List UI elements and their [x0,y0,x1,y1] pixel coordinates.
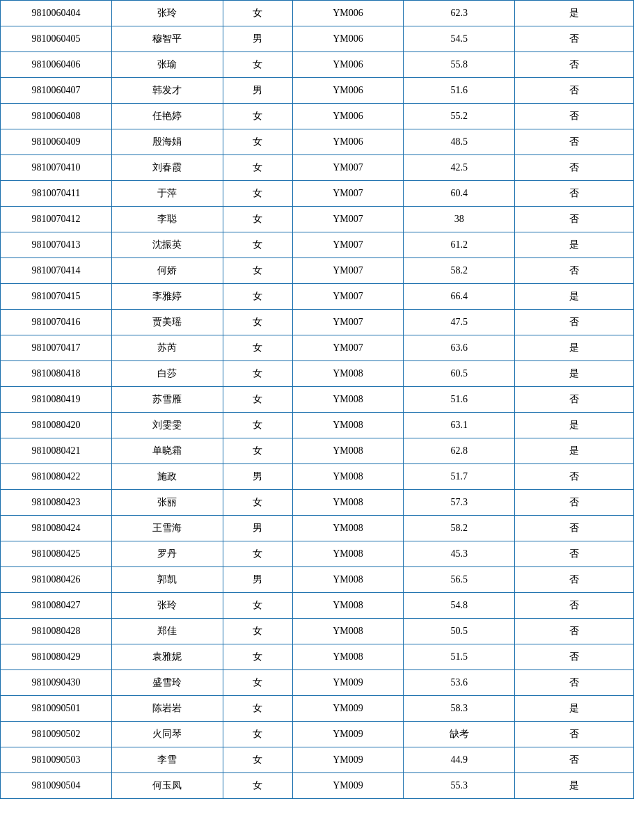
table-row: 9810060408任艳婷女YM00655.2否 [1,104,634,129]
cell-name: 张瑜 [111,52,223,78]
cell-score: 56.5 [404,567,515,593]
cell-name: 殷海娟 [111,129,223,155]
cell-gender: 女 [223,438,292,464]
cell-gender: 女 [223,387,292,413]
cell-name: 张玲 [111,593,223,619]
table-row: 9810070417苏芮女YM00763.6是 [1,335,634,361]
cell-score: 61.2 [404,232,515,258]
cell-id: 9810070410 [1,155,112,181]
cell-name: 盛雪玲 [111,670,223,696]
cell-gender: 女 [223,541,292,567]
cell-class: YM008 [292,516,404,541]
cell-name: 张玲 [111,1,223,26]
cell-gender: 女 [223,258,292,284]
cell-score: 44.9 [404,747,515,773]
cell-pass: 是 [515,773,634,799]
table-row: 9810070416贾美瑶女YM00747.5否 [1,310,634,335]
cell-id: 9810080427 [1,593,112,619]
cell-id: 9810060405 [1,26,112,52]
table-row: 9810080420刘雯雯女YM00863.1是 [1,413,634,438]
cell-pass: 否 [515,644,634,670]
cell-id: 9810080426 [1,567,112,593]
cell-score: 缺考 [404,722,515,747]
cell-class: YM008 [292,619,404,644]
cell-name: 郑佳 [111,619,223,644]
cell-score: 45.3 [404,541,515,567]
cell-id: 9810080422 [1,464,112,490]
cell-pass: 否 [515,181,634,207]
cell-class: YM008 [292,541,404,567]
cell-pass: 是 [515,696,634,722]
cell-id: 9810060409 [1,129,112,155]
cell-class: YM008 [292,464,404,490]
table-row: 9810080425罗丹女YM00845.3否 [1,541,634,567]
table-row: 9810080429袁雅妮女YM00851.5否 [1,644,634,670]
cell-id: 9810080429 [1,644,112,670]
cell-id: 9810080424 [1,516,112,541]
cell-gender: 男 [223,516,292,541]
cell-class: YM006 [292,52,404,78]
cell-name: 于萍 [111,181,223,207]
cell-class: YM008 [292,490,404,516]
cell-score: 60.4 [404,181,515,207]
cell-name: 穆智平 [111,26,223,52]
cell-name: 张丽 [111,490,223,516]
cell-name: 王雪海 [111,516,223,541]
cell-gender: 女 [223,129,292,155]
cell-class: YM009 [292,722,404,747]
cell-pass: 是 [515,335,634,361]
cell-gender: 女 [223,490,292,516]
cell-pass: 否 [515,155,634,181]
table-row: 9810090502火同琴女YM009缺考否 [1,722,634,747]
cell-name: 火同琴 [111,722,223,747]
cell-class: YM008 [292,567,404,593]
cell-score: 53.6 [404,670,515,696]
cell-gender: 女 [223,773,292,799]
cell-gender: 女 [223,413,292,438]
cell-score: 42.5 [404,155,515,181]
cell-class: YM007 [292,310,404,335]
table-row: 9810070413沈振英女YM00761.2是 [1,232,634,258]
table-row: 9810080427张玲女YM00854.8否 [1,593,634,619]
cell-class: YM006 [292,1,404,26]
table-row: 9810060404张玲女YM00662.3是 [1,1,634,26]
cell-score: 55.3 [404,773,515,799]
cell-id: 9810080423 [1,490,112,516]
cell-class: YM007 [292,181,404,207]
cell-id: 9810070416 [1,310,112,335]
cell-score: 57.3 [404,490,515,516]
cell-class: YM008 [292,644,404,670]
cell-pass: 是 [515,1,634,26]
cell-id: 9810060404 [1,1,112,26]
cell-name: 陈岩岩 [111,696,223,722]
cell-class: YM006 [292,104,404,129]
cell-score: 38 [404,207,515,232]
table-row: 9810080422施政男YM00851.7否 [1,464,634,490]
cell-pass: 否 [515,567,634,593]
table-row: 9810090501陈岩岩女YM00958.3是 [1,696,634,722]
cell-pass: 否 [515,516,634,541]
table-row: 9810080418白莎女YM00860.5是 [1,361,634,387]
cell-gender: 女 [223,696,292,722]
cell-gender: 女 [223,284,292,310]
cell-name: 郭凯 [111,567,223,593]
cell-name: 苏芮 [111,335,223,361]
cell-id: 9810090501 [1,696,112,722]
cell-gender: 女 [223,670,292,696]
table-row: 9810090503李雪女YM00944.9否 [1,747,634,773]
cell-class: YM007 [292,207,404,232]
table-row: 9810090504何玉凤女YM00955.3是 [1,773,634,799]
cell-name: 任艳婷 [111,104,223,129]
cell-name: 袁雅妮 [111,644,223,670]
cell-class: YM009 [292,696,404,722]
cell-score: 48.5 [404,129,515,155]
table-row: 9810060409殷海娟女YM00648.5否 [1,129,634,155]
cell-id: 9810080421 [1,438,112,464]
cell-name: 苏雪雁 [111,387,223,413]
cell-class: YM008 [292,593,404,619]
table-row: 9810080426郭凯男YM00856.5否 [1,567,634,593]
cell-gender: 男 [223,464,292,490]
cell-pass: 否 [515,490,634,516]
cell-name: 何娇 [111,258,223,284]
cell-id: 9810070414 [1,258,112,284]
